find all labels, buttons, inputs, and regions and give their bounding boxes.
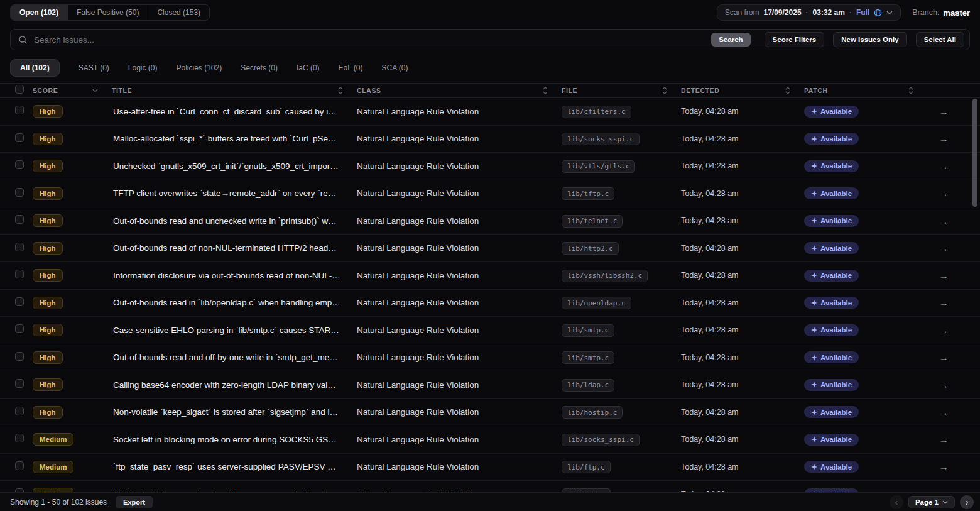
- category-filter-tab[interactable]: Policies (102): [177, 63, 222, 72]
- table-row[interactable]: High Information disclosure via out-of-b…: [0, 262, 980, 290]
- row-checkbox[interactable]: [15, 352, 24, 361]
- search-button[interactable]: Search: [711, 33, 750, 47]
- export-button[interactable]: Export: [116, 496, 153, 508]
- table-row[interactable]: High Case-sensitive EHLO parsing in `lib…: [0, 317, 980, 344]
- sparkle-icon: [811, 245, 817, 251]
- table-row[interactable]: High Out-of-bounds read of non-NUL-termi…: [0, 235, 980, 263]
- table-row[interactable]: High Out-of-bounds read and unchecked wr…: [0, 207, 980, 235]
- column-header-patch[interactable]: Patch: [799, 87, 922, 94]
- next-page-button[interactable]: ›: [960, 495, 974, 509]
- row-checkbox[interactable]: [15, 379, 24, 388]
- arrow-right-icon[interactable]: →: [939, 188, 949, 199]
- row-checkbox-cell: [0, 297, 28, 309]
- patch-available-badge[interactable]: Available: [804, 160, 859, 172]
- row-checkbox[interactable]: [15, 188, 24, 197]
- patch-available-badge[interactable]: Available: [804, 379, 859, 391]
- category-filter-tab[interactable]: EoL (0): [339, 63, 363, 72]
- row-checkbox[interactable]: [15, 461, 24, 470]
- table-row[interactable]: Medium Socket left in blocking mode on e…: [0, 426, 980, 454]
- file-cell: lib/socks_sspi.c: [557, 133, 676, 146]
- tab-label: Open (102): [19, 8, 58, 17]
- scan-selector[interactable]: Scan from 17/09/2025 · 03:32 am · Full: [717, 4, 901, 21]
- arrow-right-icon[interactable]: →: [939, 133, 949, 144]
- category-filter-tab[interactable]: SAST (0): [79, 63, 109, 72]
- patch-available-badge[interactable]: Available: [804, 461, 859, 473]
- patch-available-badge[interactable]: Available: [804, 215, 859, 227]
- arrow-right-icon[interactable]: →: [939, 243, 949, 253]
- issue-class: Natural Language Rule Violation: [352, 162, 557, 171]
- table-row[interactable]: High Unchecked `gnutls_x509_crt_init`/`g…: [0, 153, 980, 180]
- search-input[interactable]: [34, 35, 705, 45]
- category-filter-tab[interactable]: IaC (0): [297, 63, 320, 72]
- row-checkbox[interactable]: [15, 434, 24, 442]
- row-checkbox[interactable]: [15, 243, 24, 251]
- row-checkbox[interactable]: [15, 297, 24, 306]
- filter-label: SAST (0): [79, 63, 109, 72]
- score-badge: Medium: [33, 433, 74, 446]
- row-checkbox[interactable]: [15, 407, 24, 415]
- arrow-right-icon[interactable]: →: [939, 434, 949, 445]
- previous-page-button[interactable]: ‹: [890, 495, 903, 509]
- patch-available-badge[interactable]: Available: [804, 406, 859, 418]
- category-filter-tab[interactable]: SCA (0): [381, 63, 408, 72]
- status-tab[interactable]: Closed (153): [148, 5, 209, 20]
- row-checkbox-cell: [0, 434, 28, 445]
- row-checkbox[interactable]: [15, 324, 24, 333]
- patch-available-badge[interactable]: Available: [804, 133, 859, 145]
- category-filter-tab[interactable]: Logic (0): [128, 63, 158, 72]
- table-row[interactable]: High Out-of-bounds read and off-by-one w…: [0, 344, 980, 372]
- arrow-right-icon[interactable]: →: [939, 270, 949, 281]
- patch-available-badge[interactable]: Available: [804, 351, 859, 363]
- row-checkbox[interactable]: [15, 215, 24, 224]
- sparkle-icon: [811, 436, 817, 442]
- new-issues-only-button[interactable]: New Issues Only: [833, 32, 906, 47]
- table-row[interactable]: Medium `ftp_state_pasv_resp` uses server…: [0, 454, 980, 481]
- sparkle-icon: [811, 354, 817, 361]
- patch-available-badge[interactable]: Available: [804, 106, 859, 118]
- arrow-right-icon[interactable]: →: [939, 380, 949, 390]
- column-header-detected[interactable]: Detected: [676, 87, 799, 94]
- category-filter-tab[interactable]: All (102): [10, 59, 60, 77]
- table-row[interactable]: High TFTP client overwrites `state→remot…: [0, 180, 980, 208]
- category-filter-tabs: All (102)SAST (0)Logic (0)Policies (102)…: [10, 59, 970, 77]
- arrow-right-icon[interactable]: →: [939, 407, 949, 417]
- patch-available-badge[interactable]: Available: [804, 270, 859, 282]
- category-filter-tab[interactable]: Secrets (0): [241, 63, 278, 72]
- page-selector[interactable]: Page 1: [908, 496, 955, 508]
- row-checkbox[interactable]: [15, 160, 24, 169]
- arrow-right-icon[interactable]: →: [939, 297, 949, 308]
- table-row[interactable]: High Malloc-allocated `sspi_*` buffers a…: [0, 126, 980, 153]
- patch-available-badge[interactable]: Available: [804, 324, 859, 336]
- column-header-file[interactable]: File: [557, 87, 676, 94]
- patch-cell: Available: [799, 187, 922, 199]
- column-header-score[interactable]: Score: [28, 87, 107, 94]
- arrow-right-icon[interactable]: →: [939, 161, 949, 172]
- patch-available-badge[interactable]: Available: [804, 242, 859, 254]
- vertical-scrollbar[interactable]: [972, 99, 977, 207]
- arrow-right-icon[interactable]: →: [939, 106, 949, 117]
- column-header-class[interactable]: Class: [352, 87, 557, 94]
- row-checkbox[interactable]: [15, 270, 24, 278]
- arrow-right-icon[interactable]: →: [939, 352, 949, 363]
- arrow-right-icon[interactable]: →: [939, 216, 949, 226]
- status-tab[interactable]: False Positive (50): [68, 5, 148, 20]
- select-all-checkbox[interactable]: [15, 85, 24, 94]
- arrow-right-icon[interactable]: →: [939, 461, 949, 472]
- score-filters-button[interactable]: Score Filters: [765, 32, 825, 47]
- table-row[interactable]: High Use-after-free in `Curl_conn_cf_dis…: [0, 98, 980, 126]
- table-row[interactable]: High Non-volatile `keep_sigact` is store…: [0, 399, 980, 427]
- row-checkbox-cell: [0, 352, 28, 363]
- row-checkbox[interactable]: [15, 133, 24, 142]
- table-row[interactable]: High Out-of-bounds read in `lib/openldap…: [0, 290, 980, 317]
- patch-available-badge[interactable]: Available: [804, 434, 859, 446]
- select-all-button[interactable]: Select All: [916, 32, 964, 47]
- row-checkbox[interactable]: [15, 106, 24, 114]
- patch-available-badge[interactable]: Available: [804, 297, 859, 309]
- table-row[interactable]: Medium NULL check bypass when handling s…: [0, 481, 980, 492]
- column-header-title[interactable]: Title: [107, 87, 352, 94]
- status-tab[interactable]: Open (102): [11, 5, 68, 20]
- arrow-right-icon[interactable]: →: [939, 325, 949, 336]
- table-row[interactable]: High Calling base64 encoder with zero-le…: [0, 371, 980, 399]
- patch-available-badge[interactable]: Available: [804, 187, 859, 199]
- file-cell: lib/hostip.c: [557, 406, 676, 419]
